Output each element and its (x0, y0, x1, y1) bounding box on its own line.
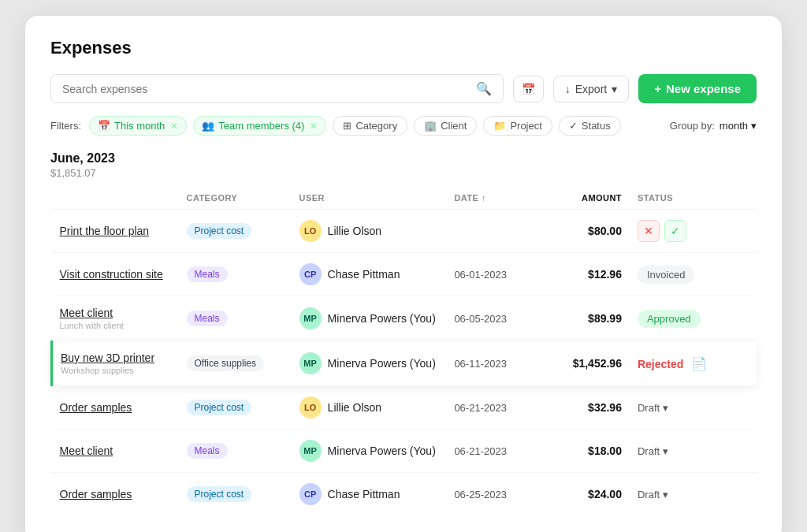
user-cell: MP Minerva Powers (You) (292, 341, 447, 386)
status-cell: Approved (630, 296, 757, 341)
client-filter-icon: 🏢 (424, 120, 437, 132)
expense-name-cell: Meet client Lunch with client (52, 296, 179, 341)
reject-button[interactable]: ✕ (638, 220, 660, 242)
user-name: Chase Pittman (328, 268, 400, 281)
top-bar: 🔍 📅 ↓ Export ▾ + New expense (50, 74, 757, 103)
avatar: MP (299, 352, 322, 374)
status-badge: Approved (638, 310, 701, 328)
user-name: Lillie Olson (328, 401, 381, 414)
approve-button[interactable]: ✓ (664, 220, 686, 242)
date-cell: 06-21-2023 (446, 386, 545, 430)
export-button[interactable]: ↓ Export ▾ (553, 76, 629, 102)
expense-name-cell: Visit construction site (52, 253, 179, 296)
avatar: LO (299, 396, 322, 419)
user-cell: MP Minerva Powers (You) (292, 430, 447, 473)
status-filter-icon: ✓ (569, 120, 578, 132)
client-filter-label: Client (441, 120, 467, 132)
search-input[interactable] (62, 83, 470, 95)
table-row: Meet client Lunch with client Meals MP M… (52, 296, 757, 341)
col-amount: AMOUNT (545, 187, 630, 210)
status-draft[interactable]: Draft ▾ (638, 489, 668, 500)
date-cell: 06-21-2023 (446, 430, 545, 473)
this-month-label: This month (114, 120, 165, 132)
export-label: Export (575, 83, 607, 95)
category-badge: Meals (187, 311, 228, 326)
expense-sub: Lunch with client (60, 321, 171, 330)
expense-sub: Workshop supplies (61, 366, 171, 375)
filter-chip-team-members[interactable]: 👥 Team members (4) ✕ (193, 116, 326, 136)
date-sort-icon: ↑ (482, 193, 486, 203)
date-cell (446, 210, 545, 253)
draft-chevron-icon: ▾ (663, 445, 668, 457)
category-badge: Project cost (187, 223, 252, 239)
group-by: Group by: month ▾ (670, 120, 757, 132)
category-cell: Project cost (179, 386, 292, 430)
col-status: STATUS (630, 187, 757, 210)
avatar: CP (299, 263, 322, 285)
status-cell: Rejected 📄 (630, 341, 757, 386)
expense-name-cell: Meet client (52, 430, 179, 473)
status-cell: Invoiced (630, 253, 757, 296)
table-row: Print the floor plan Project cost LO Lil… (52, 210, 757, 253)
section-subtitle: $1,851.07 (50, 167, 757, 179)
category-badge: Project cost (187, 486, 252, 502)
status-draft[interactable]: Draft ▾ (638, 402, 668, 414)
status-badge: Invoiced (638, 266, 694, 284)
filter-status[interactable]: ✓ Status (559, 116, 621, 136)
search-wrapper: 🔍 (50, 74, 504, 103)
expense-name-cell: Order samples (52, 386, 179, 430)
avatar: MP (299, 307, 322, 329)
expense-name[interactable]: Order samples (60, 401, 132, 414)
group-by-value: month (720, 120, 748, 132)
user-cell: MP Minerva Powers (You) (292, 296, 447, 341)
calendar-icon-button[interactable]: 📅 (513, 76, 544, 102)
category-badge: Meals (187, 443, 228, 459)
category-cell: Meals (179, 253, 292, 296)
expense-name[interactable]: Visit construction site (60, 268, 163, 281)
search-icon: 🔍 (476, 81, 492, 96)
table-header-row: CATEGORY USER DATE ↑ AMOUNT STATUS (52, 187, 757, 210)
expense-name[interactable]: Meet client (60, 307, 113, 319)
date-cell: 06-11-2023 (446, 341, 545, 386)
filter-chip-this-month[interactable]: 📅 This month ✕ (89, 116, 187, 136)
category-cell: Office supplies (179, 341, 292, 386)
category-cell: Project cost (179, 473, 292, 516)
status-filter-label: Status (582, 120, 611, 132)
category-cell: Meals (179, 296, 292, 341)
category-filter-icon: ⊞ (343, 120, 351, 132)
amount-cell: $32.96 (545, 386, 630, 430)
remove-this-month[interactable]: ✕ (170, 121, 178, 132)
calendar-chip-icon: 📅 (98, 120, 110, 132)
group-by-chevron-icon: ▾ (751, 120, 757, 132)
user-name: Lillie Olson (328, 225, 381, 237)
expense-name[interactable]: Meet client (60, 445, 113, 457)
team-members-label: Team members (4) (218, 120, 304, 132)
filters-row: Filters: 📅 This month ✕ 👥 Team members (… (50, 116, 757, 136)
amount-cell: $89.99 (545, 296, 630, 341)
file-icon[interactable]: 📄 (691, 357, 707, 370)
avatar: LO (299, 220, 322, 242)
filter-client[interactable]: 🏢 Client (414, 116, 477, 136)
filter-category[interactable]: ⊞ Category (333, 116, 407, 136)
amount-cell: $80.00 (545, 210, 630, 253)
group-by-select[interactable]: month ▾ (720, 120, 757, 132)
col-date[interactable]: DATE ↑ (446, 187, 545, 210)
status-actions: ✕ ✓ (638, 220, 749, 242)
expense-name[interactable]: Print the floor plan (60, 225, 150, 237)
expense-name[interactable]: Buy new 3D printer (61, 352, 154, 364)
expense-name[interactable]: Order samples (60, 488, 132, 500)
col-category: CATEGORY (179, 187, 292, 210)
status-draft[interactable]: Draft ▾ (638, 445, 668, 457)
avatar: MP (299, 440, 322, 462)
table-row: Order samples Project cost CP Chase Pitt… (52, 473, 757, 516)
new-expense-button[interactable]: + New expense (638, 74, 757, 103)
expense-name-cell: Buy new 3D printer Workshop supplies (52, 341, 179, 386)
user-cell: LO Lillie Olson (292, 210, 447, 253)
status-cell: Draft ▾ (630, 430, 757, 473)
table-row: Meet client Meals MP Minerva Powers (You… (52, 430, 757, 473)
remove-team-members[interactable]: ✕ (310, 121, 318, 132)
col-user: USER (292, 187, 447, 210)
user-cell: CP Chase Pittman (292, 473, 447, 516)
filter-project[interactable]: 📁 Project (483, 116, 552, 136)
calendar-icon: 📅 (522, 83, 535, 95)
